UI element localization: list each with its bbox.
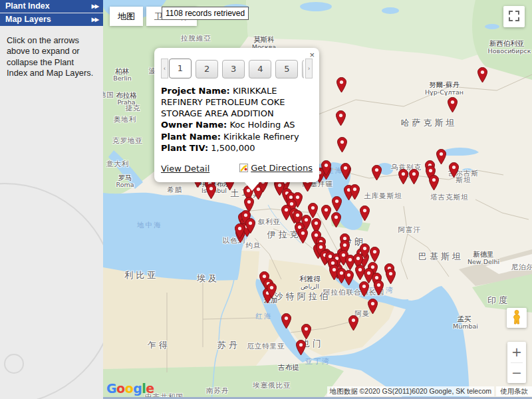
page-tab-6[interactable]: 6 [302,60,304,78]
map-pin[interactable] [448,97,458,113]
page-tab-2[interactable]: 2 [196,60,218,78]
map-pin[interactable] [267,283,277,299]
map-pin[interactable] [321,205,331,221]
map-pin[interactable] [429,175,439,191]
map-pin[interactable] [336,77,346,93]
zoom-in-button[interactable]: + [507,342,526,362]
map-pin[interactable] [296,340,306,356]
map-pin[interactable] [368,299,378,315]
map-pin[interactable] [344,270,354,286]
page-tab-4[interactable]: 4 [249,60,271,78]
map-pin[interactable] [477,67,487,83]
sidebar-panel-plant-index[interactable]: Plant Index ▶▶ [0,0,103,13]
watermark-circle-small [4,354,24,374]
records-tooltip: 1108 records retrieved [162,7,249,20]
sidebar-panel-map-layers[interactable]: Map Layers ▶▶ [0,13,103,26]
fullscreen-icon [509,11,519,21]
map-pin[interactable] [321,160,331,176]
map-pin[interactable] [308,203,318,219]
popup-links: View Detail Get Directions [161,163,313,174]
field-plant-tiv: Plant TIV: 1,500,000 [161,143,255,153]
map-pin[interactable] [370,247,380,263]
page-tab-3[interactable]: 3 [222,60,245,78]
map-pin[interactable] [337,137,347,153]
expand-arrows-icon[interactable]: ▶▶ [92,0,98,13]
map-pin[interactable] [449,162,459,178]
directions-icon [239,164,248,174]
zoom-out-button[interactable]: − [507,363,526,384]
sidebar-help-text: Click on the arrows above to expand or c… [7,35,96,79]
map-pin[interactable] [372,165,382,181]
page-tab-5[interactable]: 5 [275,60,298,78]
map-pin[interactable] [360,205,370,221]
map-layers-label: Map Layers [5,15,51,24]
street-view-pegman-button[interactable] [507,308,527,328]
zoom-control: + − [507,342,526,383]
map-pin[interactable] [281,313,291,329]
field-project-name: Project Name: KIRIKKALE REFINERY PETROLE… [161,86,285,118]
fullscreen-button[interactable] [503,6,525,27]
expand-arrows-icon[interactable]: ▶▶ [92,13,98,26]
map-type-button[interactable]: 地图 [110,7,143,26]
terms-of-use-link[interactable]: 使用条款 [496,386,532,396]
page-prev-button[interactable]: ‹ [161,59,168,78]
map-pin[interactable] [436,149,446,165]
map-pin[interactable] [360,243,370,259]
map-pin[interactable] [336,110,346,126]
map-pin[interactable] [409,169,419,185]
map-pin[interactable] [350,184,360,200]
map-pin[interactable] [235,223,245,239]
page-tab-1[interactable]: 1 [169,59,192,78]
get-directions-link[interactable]: Get Directions [239,163,313,174]
map-pin[interactable] [398,169,408,185]
map-pin[interactable] [348,315,358,331]
map-pin[interactable] [359,281,369,297]
map-pin[interactable] [301,324,311,340]
map-pin[interactable] [206,184,216,200]
app-window: Plant Index ▶▶ Map Layers ▶▶ Click on th… [0,0,532,399]
sidebar: Plant Index ▶▶ Map Layers ▶▶ Click on th… [0,0,103,399]
pegman-icon [511,310,522,325]
google-logo[interactable]: Google [106,381,154,396]
view-detail-link[interactable]: View Detail [161,164,209,174]
map-pin[interactable] [245,218,255,234]
field-owner-name: Owner Name: Koc Holding AS [161,120,295,130]
map-pin[interactable] [386,269,396,285]
map-pin[interactable] [331,212,341,228]
page-next-button[interactable]: › [305,59,313,78]
map-pin[interactable] [332,196,342,212]
map-pin[interactable] [298,228,308,244]
pagination: ‹ 1 2 3 4 5 6 › [161,59,313,78]
plant-index-label: Plant Index [5,1,50,11]
map-attribution: 地图数据 ©2020 GS(2011)6020 Google, SK telec… [327,386,494,396]
page-tabs: 1 2 3 4 5 6 [169,59,304,78]
info-popup: × ‹ 1 2 3 4 5 6 › Project Name: KIRIKKAL… [154,48,319,182]
map-pin[interactable] [374,280,384,296]
popup-fields: Project Name: KIRIKKALE REFINERY PETROLE… [161,85,313,154]
popup-tail [245,182,259,191]
map-pin[interactable] [340,163,350,179]
map-canvas[interactable]: 拉脫維亞莫斯科Москва柏林Berlin波兰德国布拉格Praha捷克奥地利克罗… [103,0,532,399]
field-plant-name: Plant Name: Kirikkale Refinery [161,132,299,142]
